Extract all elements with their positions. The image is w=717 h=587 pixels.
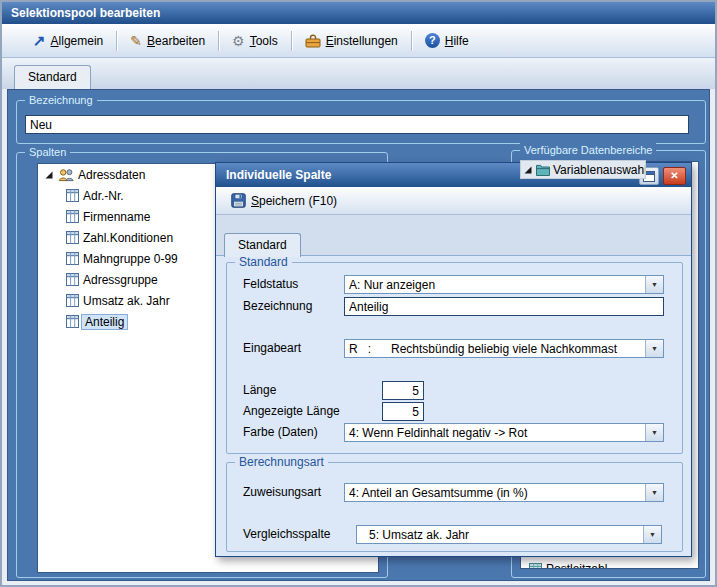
tree-item-label: Postleitzahl xyxy=(546,562,607,569)
toolbar-separator xyxy=(116,31,117,51)
toolbar-separator xyxy=(218,31,219,51)
column-icon xyxy=(66,210,79,223)
dialog-toolbar: Speichern (F10) xyxy=(216,187,691,215)
zuweisungsart-value: 4: Anteil an Gesamtsumme (in %) xyxy=(345,484,645,501)
tree-item-label: Adressgruppe xyxy=(83,273,158,287)
column-icon xyxy=(66,189,79,202)
dropdown-arrow-icon: ▼ xyxy=(645,276,663,293)
window-title: Selektionspool bearbeiten xyxy=(11,6,160,20)
save-icon xyxy=(231,193,246,208)
folder-icon xyxy=(536,164,550,176)
expander-icon[interactable] xyxy=(523,165,533,175)
column-icon xyxy=(66,252,79,265)
laenge-input[interactable] xyxy=(382,381,424,400)
toolbar-separator xyxy=(291,31,292,51)
window-titlebar: Selektionspool bearbeiten xyxy=(2,2,715,24)
addressdata-icon xyxy=(58,168,74,182)
vergleichsspalte-value: 5: Umsatz ak. Jahr xyxy=(357,526,643,543)
einstellungen-label: Einstellungen xyxy=(326,34,398,48)
column-icon xyxy=(66,231,79,244)
hilfe-label: Hilfe xyxy=(445,34,469,48)
expander-icon[interactable] xyxy=(44,170,54,180)
feldstatus-value: A: Nur anzeigen xyxy=(345,276,645,293)
zuweisungsart-combo[interactable]: 4: Anteil an Gesamtsumme (in %) ▼ xyxy=(344,483,664,502)
angezeigte-laenge-input[interactable] xyxy=(382,402,424,421)
tree-item-label: Variablenauswahl xyxy=(553,163,646,177)
tree-item-label: Firmenname xyxy=(83,210,150,224)
datenbereiche-group-label: Verfügbare Datenbereiche xyxy=(520,143,656,157)
dropdown-arrow-icon: ▼ xyxy=(645,340,663,357)
app-window: Selektionspool bearbeiten ↗ Allgemein ✎ … xyxy=(0,0,717,587)
bearbeiten-label: Bearbeiten xyxy=(147,34,205,48)
individuelle-spalte-dialog: Individuelle Spalte ✕ Speichern (F10) St… xyxy=(215,162,692,557)
tools-label: Tools xyxy=(250,34,278,48)
farbe-value: 4: Wenn Feldinhalt negativ -> Rot xyxy=(345,424,645,441)
angezeigte-laenge-label: Angezeigte Länge xyxy=(243,404,340,418)
dialog-window-buttons: ✕ xyxy=(639,167,686,185)
column-teal-icon xyxy=(529,563,542,570)
bezeichnung-input[interactable] xyxy=(25,115,689,134)
farbe-label: Farbe (Daten) xyxy=(243,425,318,439)
tree-item-label: Zahl.Konditionen xyxy=(83,231,173,245)
zuweisungsart-label: Zuweisungsart xyxy=(243,485,321,499)
hilfe-button[interactable]: ? Hilfe xyxy=(418,30,476,51)
tab-standard[interactable]: Standard xyxy=(14,65,91,89)
help-icon: ? xyxy=(425,33,440,48)
tree-item-label-selected: Anteilig xyxy=(81,314,128,330)
close-button[interactable]: ✕ xyxy=(663,167,686,185)
dropdown-arrow-icon: ▼ xyxy=(645,484,663,501)
arrow-up-right-icon: ↗ xyxy=(33,34,46,48)
dialog-title: Individuelle Spalte xyxy=(226,168,331,182)
berechnungsart-group-label: Berechnungsart xyxy=(235,455,328,469)
standard-group-label: Standard xyxy=(235,255,292,269)
column-icon xyxy=(66,294,79,307)
main-toolbar: ↗ Allgemein ✎ Bearbeiten ⚙ Tools Einstel… xyxy=(2,24,715,58)
bearbeiten-button[interactable]: ✎ Bearbeiten xyxy=(123,31,212,51)
standard-group: Standard Feldstatus A: Nur anzeigen ▼ Be… xyxy=(226,262,683,454)
berechnungsart-group: Berechnungsart Zuweisungsart 4: Anteil a… xyxy=(226,462,683,552)
tree-item-label: Mahngruppe 0-99 xyxy=(83,252,178,266)
tools-button[interactable]: ⚙ Tools xyxy=(225,31,285,51)
tree-item-label: Umsatz ak. Jahr xyxy=(83,294,170,308)
dropdown-arrow-icon: ▼ xyxy=(645,424,663,441)
dlg-bezeichnung-input[interactable] xyxy=(344,297,664,316)
tree-item-label: Adressdaten xyxy=(78,168,145,182)
tree-item-postleitzahl[interactable]: Postleitzahl xyxy=(521,561,607,569)
save-label: Speichern (F10) xyxy=(251,194,337,208)
bezeichnung-group-label: Bezeichnung xyxy=(25,93,97,107)
eingabeart-label: Eingabeart xyxy=(243,341,301,355)
save-button[interactable]: Speichern (F10) xyxy=(224,190,344,211)
allgemein-button[interactable]: ↗ Allgemein xyxy=(26,31,110,51)
toolbar-separator xyxy=(411,31,412,51)
column-icon xyxy=(66,315,79,328)
dropdown-arrow-icon: ▼ xyxy=(643,526,661,543)
eingabeart-value: R : Rechtsbündig beliebig viele Nachkomm… xyxy=(345,340,645,357)
feldstatus-label: Feldstatus xyxy=(243,277,298,291)
gear-icon: ⚙ xyxy=(232,34,245,48)
vergleichsspalte-label: Vergleichsspalte xyxy=(243,527,330,541)
vergleichsspalte-combo[interactable]: 5: Umsatz ak. Jahr ▼ xyxy=(356,525,662,544)
dialog-content: Standard Feldstatus A: Nur anzeigen ▼ Be… xyxy=(216,255,691,556)
dialog-tab-standard[interactable]: Standard xyxy=(224,233,301,257)
toolbox-icon xyxy=(305,34,321,48)
feldstatus-combo[interactable]: A: Nur anzeigen ▼ xyxy=(344,275,664,294)
laenge-label: Länge xyxy=(243,383,276,397)
tree-item-label: Adr.-Nr. xyxy=(83,189,124,203)
dlg-bezeichnung-label: Bezeichnung xyxy=(243,299,312,313)
pencil-icon: ✎ xyxy=(130,34,142,48)
tree-item-variablenauswahl[interactable]: Variablenauswahl xyxy=(520,160,646,179)
eingabeart-combo[interactable]: R : Rechtsbündig beliebig viele Nachkomm… xyxy=(344,339,664,358)
main-tabstrip: Standard xyxy=(2,58,715,89)
allgemein-label: Allgemein xyxy=(51,34,104,48)
spalten-group-label: Spalten xyxy=(25,145,70,159)
einstellungen-button[interactable]: Einstellungen xyxy=(298,31,405,51)
column-icon xyxy=(66,273,79,286)
bezeichnung-group: Bezeichnung xyxy=(16,100,706,144)
farbe-combo[interactable]: 4: Wenn Feldinhalt negativ -> Rot ▼ xyxy=(344,423,664,442)
